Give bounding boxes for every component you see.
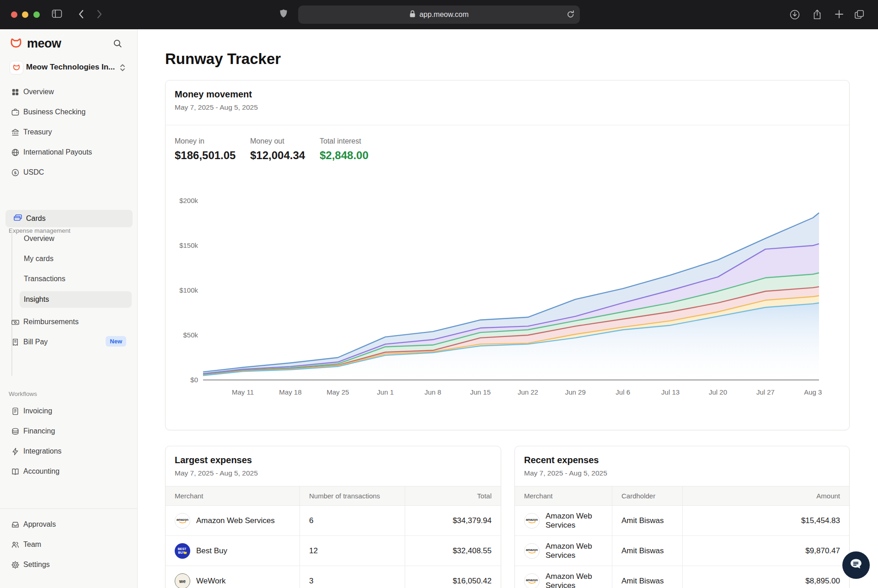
sidebar-item-team[interactable]: Team — [0, 536, 137, 553]
tab-overview-icon[interactable] — [853, 9, 865, 22]
date-range: May 7, 2025 - Aug 5, 2025 — [175, 469, 492, 477]
meow-logo-icon[interactable] — [9, 37, 23, 52]
sidebar-item-label: Financing — [23, 427, 55, 435]
stat-label: Money out — [250, 137, 305, 145]
sidebar-item-usdc[interactable]: $ USDC — [0, 164, 137, 181]
amount-cell: $8,895.00 — [682, 566, 849, 588]
sidebar-item-business-checking[interactable]: Business Checking — [0, 104, 137, 120]
cash-icon — [11, 317, 20, 326]
new-tab-icon[interactable] — [834, 9, 844, 21]
table-row[interactable]: amazon Amazon Web Services Amit Biswas $… — [515, 536, 849, 566]
merchant-name: Amazon Web Services — [546, 542, 612, 560]
sidebar-divider — [0, 508, 137, 509]
sidebar-toggle-icon[interactable] — [52, 9, 62, 20]
sidebar-item-international-payouts[interactable]: International Payouts — [0, 144, 137, 160]
sidebar-item-integrations[interactable]: Integrations — [0, 443, 137, 460]
total-cell: $34,379.94 — [405, 506, 501, 535]
table-row[interactable]: amazon Amazon Web Services 6 $34,379.94 — [166, 506, 501, 536]
dollar-circle-icon: $ — [11, 168, 20, 177]
org-switcher[interactable]: Meow Technologies In... — [0, 59, 137, 76]
col-amount: Amount — [682, 486, 849, 505]
receipt-icon — [11, 337, 20, 347]
recent-expenses-card: Recent expenses May 7, 2025 - Aug 5, 202… — [514, 446, 850, 588]
subitem-label: Overview — [24, 235, 54, 243]
merchant-cell: amazon Amazon Web Services — [166, 506, 300, 535]
sidebar-item-invoicing[interactable]: Invoicing — [0, 403, 137, 419]
table-row[interactable]: we WeWork 3 $16,050.42 — [166, 566, 501, 588]
book-icon — [11, 467, 20, 476]
col-total: Total — [405, 486, 501, 505]
window-zoom-button[interactable] — [33, 11, 40, 18]
stat-label: Total interest — [320, 137, 369, 145]
sidebar-item-approvals[interactable]: Approvals — [0, 516, 137, 533]
amazon-logo: amazon — [524, 513, 540, 529]
sidebar-subitem-insights[interactable]: Insights — [20, 291, 132, 308]
url-text: app.meow.com — [419, 11, 469, 19]
merchant-cell: amazon Amazon Web Services — [515, 506, 612, 535]
subitem-label: Insights — [24, 295, 49, 304]
svg-text:Jul 20: Jul 20 — [709, 388, 727, 396]
sidebar-subitem-transactions[interactable]: Transactions — [24, 271, 115, 287]
sidebar-item-overview[interactable]: Overview — [0, 84, 137, 100]
money-movement-card: Money movement May 7, 2025 - Aug 5, 2025… — [165, 80, 850, 430]
table-row[interactable]: amazon Amazon Web Services Amit Biswas $… — [515, 506, 849, 536]
brand-name[interactable]: meow — [27, 37, 61, 51]
bank-icon — [11, 128, 20, 137]
total-interest-value: $2,848.00 — [320, 149, 369, 162]
svg-text:Jul 13: Jul 13 — [661, 388, 680, 396]
chat-bubble-icon — [848, 556, 864, 574]
sidebar-subitem-cards-overview[interactable]: Overview — [24, 230, 115, 247]
table-row[interactable]: amazon Amazon Web Services Amit Biswas $… — [515, 566, 849, 588]
bestbuy-logo: BESTBUY — [175, 543, 190, 559]
org-avatar — [10, 61, 23, 75]
sidebar-item-label: International Payouts — [23, 148, 92, 156]
card-title: Largest expenses — [175, 455, 492, 465]
grid-icon — [11, 87, 20, 96]
subitem-label: My cards — [24, 255, 54, 263]
subnav-guide-line — [11, 230, 12, 376]
table-row[interactable]: BESTBUY Best Buy 12 $32,408.55 — [166, 536, 501, 566]
sidebar-item-cards[interactable]: Cards — [5, 210, 133, 227]
transactions-cell: 6 — [300, 506, 405, 535]
sidebar-item-bill-pay[interactable]: Bill Pay New — [0, 334, 137, 350]
largest-expenses-card: Largest expenses May 7, 2025 - Aug 5, 20… — [165, 446, 501, 588]
sidebar-item-reimbursements[interactable]: Reimbursements — [0, 314, 137, 330]
gear-icon — [11, 560, 20, 569]
downloads-icon[interactable] — [789, 9, 800, 22]
svg-text:we: we — [179, 578, 186, 583]
sidebar-item-label: Integrations — [23, 447, 62, 455]
url-bar[interactable]: app.meow.com — [298, 5, 580, 24]
lock-icon — [409, 10, 416, 20]
org-name: Meow Technologies In... — [26, 63, 115, 72]
card-title: Money movement — [175, 89, 840, 100]
chat-button[interactable] — [842, 551, 870, 579]
sidebar-item-settings[interactable]: Settings — [0, 556, 137, 573]
privacy-shield-icon[interactable] — [279, 9, 288, 21]
window-minimize-button[interactable] — [22, 11, 28, 18]
search-icon[interactable] — [112, 38, 123, 50]
reload-icon[interactable] — [566, 9, 575, 21]
merchant-cell: amazon Amazon Web Services — [515, 536, 612, 566]
svg-text:$: $ — [14, 170, 16, 175]
sidebar-subitem-my-cards[interactable]: My cards — [24, 251, 115, 267]
merchant-cell: amazon Amazon Web Services — [515, 566, 612, 588]
share-icon[interactable] — [812, 9, 823, 22]
back-icon[interactable] — [77, 9, 86, 21]
svg-text:Jun 22: Jun 22 — [518, 388, 538, 396]
sidebar-item-accounting[interactable]: Accounting — [0, 463, 137, 480]
chevron-updown-icon — [119, 63, 126, 74]
total-cell: $32,408.55 — [405, 536, 501, 566]
sidebar-item-treasury[interactable]: Treasury — [0, 124, 137, 140]
subitem-label: Transactions — [24, 275, 65, 283]
sidebar-item-financing[interactable]: Financing — [0, 423, 137, 439]
merchant-cell: BESTBUY Best Buy — [166, 536, 300, 566]
card-title: Recent expenses — [524, 455, 840, 465]
sidebar-item-label: Overview — [23, 88, 54, 96]
recent-expenses-header: Recent expenses May 7, 2025 - Aug 5, 202… — [515, 446, 849, 477]
inbox-icon — [11, 520, 20, 529]
document-icon — [11, 406, 20, 416]
forward-icon[interactable] — [95, 9, 104, 21]
svg-text:Jun 1: Jun 1 — [377, 388, 394, 396]
amazon-logo: amazon — [175, 513, 190, 529]
window-close-button[interactable] — [11, 11, 17, 18]
